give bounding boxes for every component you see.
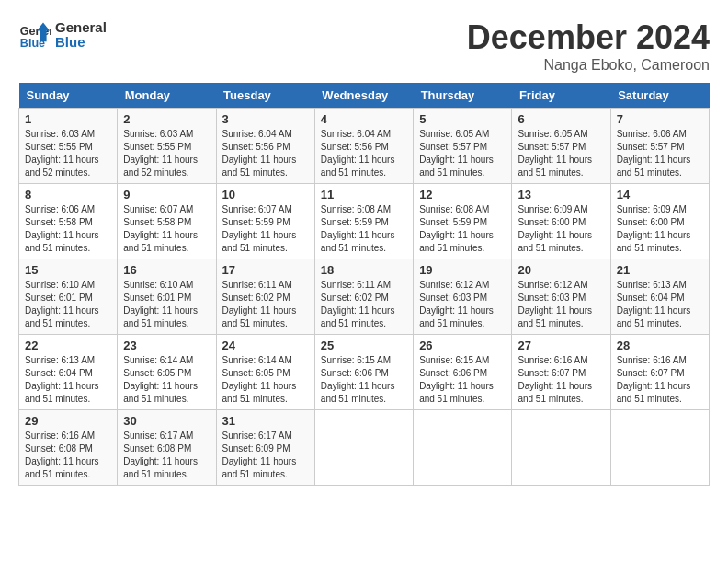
table-cell: 27 Sunrise: 6:16 AMSunset: 6:07 PMDaylig…: [512, 335, 610, 410]
day-info: Sunrise: 6:07 AMSunset: 5:59 PMDaylight:…: [222, 204, 297, 253]
col-monday: Monday: [118, 83, 216, 109]
day-number: 17: [222, 263, 309, 277]
day-info: Sunrise: 6:17 AMSunset: 6:08 PMDaylight:…: [123, 431, 198, 479]
logo-icon: General Blue: [18, 18, 51, 52]
day-number: 11: [321, 188, 407, 201]
table-cell: 3 Sunrise: 6:04 AMSunset: 5:56 PMDayligh…: [216, 109, 314, 184]
table-cell: 9 Sunrise: 6:07 AMSunset: 5:58 PMDayligh…: [118, 184, 216, 259]
day-info: Sunrise: 6:11 AMSunset: 6:02 PMDaylight:…: [321, 280, 395, 328]
day-number: 7: [617, 112, 703, 126]
day-number: 29: [25, 414, 111, 428]
table-cell: 26 Sunrise: 6:15 AMSunset: 6:06 PMDaylig…: [414, 335, 512, 410]
table-cell: 17 Sunrise: 6:11 AMSunset: 6:02 PMDaylig…: [216, 259, 314, 335]
day-number: 20: [518, 263, 604, 277]
day-info: Sunrise: 6:12 AMSunset: 6:03 PMDaylight:…: [518, 280, 592, 328]
table-cell: 8 Sunrise: 6:06 AMSunset: 5:58 PMDayligh…: [19, 184, 118, 259]
table-cell: 23 Sunrise: 6:14 AMSunset: 6:05 PMDaylig…: [118, 335, 216, 410]
table-cell: 24 Sunrise: 6:14 AMSunset: 6:05 PMDaylig…: [216, 335, 314, 410]
table-cell: 22 Sunrise: 6:13 AMSunset: 6:04 PMDaylig…: [19, 335, 118, 410]
col-wednesday: Wednesday: [314, 83, 413, 109]
day-number: 12: [419, 188, 506, 201]
day-number: 21: [617, 263, 703, 277]
table-cell: 12 Sunrise: 6:08 AMSunset: 5:59 PMDaylig…: [414, 184, 512, 259]
col-thursday: Thursday: [414, 83, 512, 109]
day-number: 27: [518, 339, 604, 352]
day-number: 4: [321, 112, 407, 126]
day-info: Sunrise: 6:04 AMSunset: 5:56 PMDaylight:…: [321, 129, 395, 178]
day-number: 18: [321, 263, 407, 277]
day-number: 13: [518, 188, 604, 201]
day-number: 9: [123, 188, 210, 201]
location: Nanga Eboko, Cameroon: [467, 57, 710, 74]
day-number: 30: [123, 414, 210, 428]
table-cell: 2 Sunrise: 6:03 AMSunset: 5:55 PMDayligh…: [118, 109, 216, 184]
day-info: Sunrise: 6:10 AMSunset: 6:01 PMDaylight:…: [25, 280, 99, 328]
day-number: 31: [222, 414, 309, 428]
day-number: 1: [25, 112, 111, 126]
table-cell: 5 Sunrise: 6:05 AMSunset: 5:57 PMDayligh…: [414, 109, 512, 184]
table-cell: 1 Sunrise: 6:03 AMSunset: 5:55 PMDayligh…: [19, 109, 118, 184]
header-row: Sunday Monday Tuesday Wednesday Thursday…: [19, 83, 710, 109]
day-info: Sunrise: 6:04 AMSunset: 5:56 PMDaylight:…: [222, 129, 297, 178]
day-info: Sunrise: 6:14 AMSunset: 6:05 PMDaylight:…: [222, 355, 297, 404]
table-cell: [314, 410, 413, 486]
logo-general: General: [55, 20, 107, 36]
day-info: Sunrise: 6:03 AMSunset: 5:55 PMDaylight:…: [25, 129, 99, 178]
day-number: 25: [321, 339, 407, 352]
day-info: Sunrise: 6:05 AMSunset: 5:57 PMDaylight:…: [518, 129, 592, 178]
day-number: 23: [123, 339, 210, 352]
table-cell: 16 Sunrise: 6:10 AMSunset: 6:01 PMDaylig…: [118, 259, 216, 335]
day-number: 10: [222, 188, 309, 201]
table-cell: 11 Sunrise: 6:08 AMSunset: 5:59 PMDaylig…: [314, 184, 413, 259]
day-number: 6: [518, 112, 604, 126]
day-number: 24: [222, 339, 309, 352]
table-cell: 15 Sunrise: 6:10 AMSunset: 6:01 PMDaylig…: [19, 259, 118, 335]
table-cell: 30 Sunrise: 6:17 AMSunset: 6:08 PMDaylig…: [118, 410, 216, 486]
day-number: 22: [25, 339, 111, 352]
day-info: Sunrise: 6:10 AMSunset: 6:01 PMDaylight:…: [123, 280, 198, 328]
day-info: Sunrise: 6:11 AMSunset: 6:02 PMDaylight:…: [222, 280, 297, 328]
table-cell: [610, 410, 709, 486]
table-cell: 7 Sunrise: 6:06 AMSunset: 5:57 PMDayligh…: [610, 109, 709, 184]
page-header: General Blue General Blue December 2024 …: [18, 18, 710, 74]
day-number: 5: [419, 112, 506, 126]
day-info: Sunrise: 6:03 AMSunset: 5:55 PMDaylight:…: [123, 129, 198, 178]
table-cell: 31 Sunrise: 6:17 AMSunset: 6:09 PMDaylig…: [216, 410, 314, 486]
table-cell: 10 Sunrise: 6:07 AMSunset: 5:59 PMDaylig…: [216, 184, 314, 259]
calendar-row: 8 Sunrise: 6:06 AMSunset: 5:58 PMDayligh…: [19, 184, 710, 259]
col-tuesday: Tuesday: [216, 83, 314, 109]
day-info: Sunrise: 6:16 AMSunset: 6:08 PMDaylight:…: [25, 431, 99, 479]
table-cell: 6 Sunrise: 6:05 AMSunset: 5:57 PMDayligh…: [512, 109, 610, 184]
day-info: Sunrise: 6:16 AMSunset: 6:07 PMDaylight:…: [617, 355, 691, 404]
table-cell: 20 Sunrise: 6:12 AMSunset: 6:03 PMDaylig…: [512, 259, 610, 335]
day-number: 15: [25, 263, 111, 277]
day-info: Sunrise: 6:07 AMSunset: 5:58 PMDaylight:…: [123, 204, 198, 253]
day-number: 8: [25, 188, 111, 201]
col-sunday: Sunday: [19, 83, 118, 109]
table-cell: 25 Sunrise: 6:15 AMSunset: 6:06 PMDaylig…: [314, 335, 413, 410]
calendar-row: 29 Sunrise: 6:16 AMSunset: 6:08 PMDaylig…: [19, 410, 710, 486]
calendar-row: 22 Sunrise: 6:13 AMSunset: 6:04 PMDaylig…: [19, 335, 710, 410]
table-cell: 28 Sunrise: 6:16 AMSunset: 6:07 PMDaylig…: [610, 335, 709, 410]
title-block: December 2024 Nanga Eboko, Cameroon: [467, 18, 710, 74]
month-title: December 2024: [467, 18, 710, 57]
day-number: 26: [419, 339, 506, 352]
day-info: Sunrise: 6:13 AMSunset: 6:04 PMDaylight:…: [617, 280, 691, 328]
table-cell: 29 Sunrise: 6:16 AMSunset: 6:08 PMDaylig…: [19, 410, 118, 486]
day-info: Sunrise: 6:14 AMSunset: 6:05 PMDaylight:…: [123, 355, 198, 404]
table-cell: [414, 410, 512, 486]
col-friday: Friday: [512, 83, 610, 109]
day-info: Sunrise: 6:08 AMSunset: 5:59 PMDaylight:…: [419, 204, 494, 253]
day-number: 2: [123, 112, 210, 126]
day-info: Sunrise: 6:06 AMSunset: 5:58 PMDaylight:…: [25, 204, 99, 253]
day-info: Sunrise: 6:12 AMSunset: 6:03 PMDaylight:…: [419, 280, 494, 328]
calendar-row: 1 Sunrise: 6:03 AMSunset: 5:55 PMDayligh…: [19, 109, 710, 184]
calendar-table: Sunday Monday Tuesday Wednesday Thursday…: [18, 83, 710, 486]
day-info: Sunrise: 6:09 AMSunset: 6:00 PMDaylight:…: [518, 204, 592, 253]
table-cell: 14 Sunrise: 6:09 AMSunset: 6:00 PMDaylig…: [610, 184, 709, 259]
table-cell: 4 Sunrise: 6:04 AMSunset: 5:56 PMDayligh…: [314, 109, 413, 184]
day-info: Sunrise: 6:17 AMSunset: 6:09 PMDaylight:…: [222, 431, 297, 479]
logo: General Blue General Blue: [18, 18, 107, 52]
day-info: Sunrise: 6:05 AMSunset: 5:57 PMDaylight:…: [419, 129, 494, 178]
table-cell: 13 Sunrise: 6:09 AMSunset: 6:00 PMDaylig…: [512, 184, 610, 259]
